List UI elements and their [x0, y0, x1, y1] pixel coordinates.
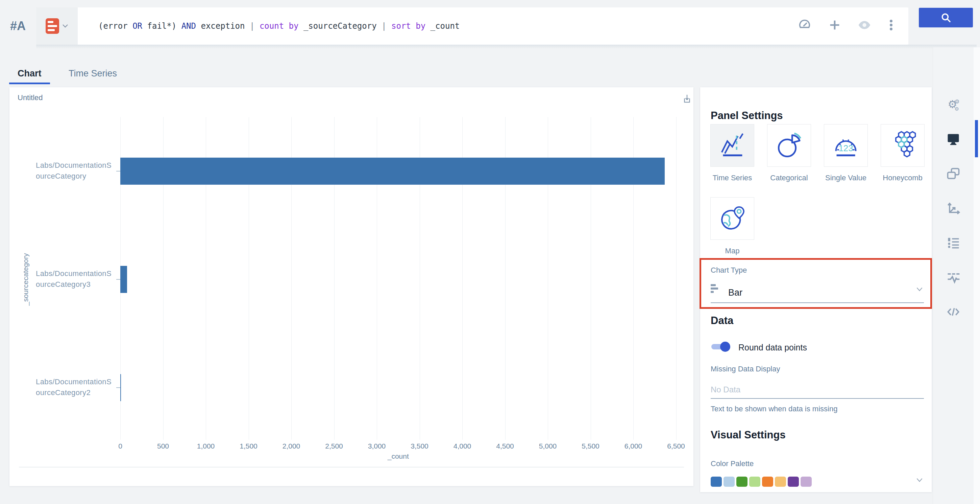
visual-settings-title: Visual Settings	[711, 429, 786, 441]
chart-type-tile-time-series[interactable]	[710, 124, 754, 167]
round-data-toggle[interactable]	[711, 344, 729, 349]
panel-settings-title: Panel Settings	[711, 110, 783, 122]
single-value-icon: 123	[830, 131, 861, 160]
x-axis-tick-label: 5,000	[529, 442, 566, 450]
active-tab-indicator	[9, 83, 50, 84]
list-settings-icon[interactable]	[946, 235, 961, 250]
chart-type-tile-map[interactable]	[710, 197, 754, 240]
x-axis-tick-label: 2,500	[316, 442, 353, 450]
categorical-icon	[773, 131, 805, 160]
chevron-down-icon[interactable]	[915, 475, 924, 484]
x-axis-tick-label: 4,500	[487, 442, 524, 450]
tab-chart[interactable]: Chart	[18, 68, 41, 79]
axes-chart-icon[interactable]	[946, 201, 961, 215]
toggle-knob	[720, 341, 730, 352]
bar	[120, 266, 127, 293]
chart-type-tile-categorical[interactable]	[767, 124, 811, 167]
palette-swatch	[737, 477, 748, 487]
data-section-title: Data	[711, 314, 733, 327]
query-source-selector[interactable]	[36, 8, 78, 45]
color-palette-label: Color Palette	[711, 459, 754, 468]
x-axis-tick-label: 4,000	[444, 442, 481, 450]
missing-data-help: Text to be shown when data is missing	[711, 405, 837, 413]
chevron-down-icon[interactable]	[915, 285, 924, 293]
svg-text:123: 123	[839, 144, 853, 153]
copy-panels-icon[interactable]	[946, 166, 961, 181]
chart-type-tile-label: Categorical	[759, 174, 819, 182]
x-axis-title: _count	[361, 452, 435, 460]
y-axis-category-label: Labs/DocumentationSourceCategory3	[36, 268, 116, 290]
topbar-shadow	[36, 45, 977, 49]
query-bar: (error OR fail*) AND exception | count b…	[36, 8, 908, 45]
missing-data-input[interactable]: No Data	[711, 385, 740, 394]
logs-icon	[46, 18, 59, 34]
chart-panel: Untitled 05001,0001,5002,0002,5003,0003,…	[10, 87, 694, 486]
x-axis-tick-label: 1,500	[230, 442, 267, 450]
panel-label: #A	[10, 19, 26, 33]
palette-swatch	[762, 477, 773, 487]
bar	[120, 158, 665, 185]
gridline	[676, 117, 676, 440]
palette-swatch	[711, 477, 722, 487]
panel-settings: Panel Settings Time SeriesCategorical123…	[700, 87, 932, 492]
color-palette-select[interactable]	[711, 477, 812, 487]
chart-panel-divider	[19, 467, 684, 467]
page: #A (error OR fail*) AND exception | coun…	[0, 0, 980, 504]
gauge-icon[interactable]	[797, 18, 812, 32]
scrollbar-track[interactable]	[974, 47, 980, 504]
svg-text:⚙: ⚙	[955, 99, 960, 105]
pulse-wave-icon[interactable]	[946, 270, 961, 285]
palette-swatch	[724, 477, 735, 487]
scrollbar-thumb[interactable]	[975, 120, 978, 157]
x-axis-tick-label: 3,500	[401, 442, 438, 450]
y-axis-title: _sourcecategory	[22, 253, 30, 305]
x-axis-tick-label: 6,000	[615, 442, 652, 450]
chart-type-tile-honeycomb[interactable]	[881, 124, 924, 167]
y-axis-tick	[116, 279, 120, 280]
palette-swatch	[800, 477, 812, 487]
y-axis-category-label: Labs/DocumentationSourceCategory2	[36, 376, 116, 398]
x-axis-tick-label: 1,000	[187, 442, 224, 450]
eye-icon[interactable]	[857, 18, 872, 32]
export-icon[interactable]	[680, 92, 694, 105]
chart-title: Untitled	[18, 93, 43, 102]
kebab-menu-icon[interactable]	[884, 18, 899, 32]
palette-swatch	[749, 477, 760, 487]
x-axis-tick-label: 500	[145, 442, 182, 450]
settings-gears-icon[interactable]: ⚙⚙⚙	[946, 97, 961, 112]
right-toolbar: ⚙⚙⚙	[933, 47, 980, 504]
map-icon	[717, 204, 748, 233]
svg-text:⚙: ⚙	[955, 106, 959, 112]
search-button[interactable]	[919, 8, 973, 27]
chart-type-tile-label: Single Value	[815, 174, 876, 182]
chart-type-tile-label: Map	[702, 247, 763, 255]
missing-data-underline	[711, 398, 924, 399]
palette-swatch	[788, 477, 799, 487]
palette-swatch	[775, 477, 786, 487]
bar	[120, 374, 121, 401]
x-axis-tick-label: 3,000	[358, 442, 395, 450]
plus-icon[interactable]	[827, 18, 842, 32]
honeycomb-icon	[887, 131, 918, 160]
chart-type-tile-single-value[interactable]: 123	[824, 124, 868, 167]
x-axis-tick-label: 2,000	[273, 442, 310, 450]
chart-type-underline	[711, 302, 924, 303]
x-axis-tick-label: 5,500	[572, 442, 609, 450]
y-axis-tick	[116, 387, 120, 388]
x-axis-tick-label: 6,500	[658, 442, 695, 450]
query-input[interactable]: (error OR fail*) AND exception | count b…	[98, 8, 460, 45]
chart-type-label: Chart Type	[711, 266, 747, 275]
y-axis-tick	[116, 171, 120, 172]
code-icon[interactable]	[946, 305, 961, 319]
chevron-down-icon	[62, 24, 68, 28]
display-monitor-icon[interactable]	[946, 132, 961, 147]
y-axis-category-label: Labs/DocumentationSourceCategory	[36, 160, 116, 182]
x-axis-tick-label: 0	[102, 442, 139, 450]
missing-data-label: Missing Data Display	[711, 365, 780, 373]
tab-time-series[interactable]: Time Series	[68, 68, 117, 79]
search-icon	[940, 12, 951, 23]
chart-type-tile-label: Honeycomb	[872, 174, 933, 182]
chart-type-select[interactable]: Bar	[728, 287, 743, 298]
time-series-icon	[717, 131, 748, 160]
bar-chart-icon	[711, 284, 721, 293]
